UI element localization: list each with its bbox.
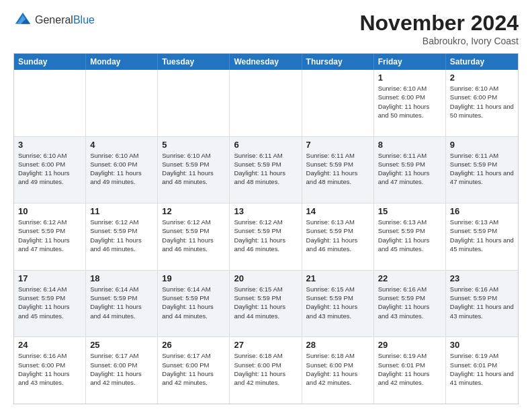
day-number: 21	[306, 273, 369, 283]
day-number: 14	[306, 206, 369, 216]
day-cell-10: 10Sunrise: 6:12 AMSunset: 5:59 PMDayligh…	[14, 203, 86, 270]
day-number: 9	[450, 140, 514, 150]
day-number: 4	[90, 140, 153, 150]
day-cell-9: 9Sunrise: 6:11 AMSunset: 5:59 PMDaylight…	[446, 137, 518, 203]
empty-cell	[302, 70, 374, 136]
day-info: Sunrise: 6:12 AMSunset: 5:59 PMDaylight:…	[234, 218, 297, 253]
day-info: Sunrise: 6:12 AMSunset: 5:59 PMDaylight:…	[162, 218, 225, 253]
day-info: Sunrise: 6:14 AMSunset: 5:59 PMDaylight:…	[90, 285, 153, 320]
day-info: Sunrise: 6:16 AMSunset: 5:59 PMDaylight:…	[450, 285, 514, 320]
day-cell-22: 22Sunrise: 6:16 AMSunset: 5:59 PMDayligh…	[374, 271, 446, 337]
day-cell-14: 14Sunrise: 6:13 AMSunset: 5:59 PMDayligh…	[302, 203, 374, 270]
day-header-friday: Friday	[374, 54, 446, 70]
day-header-monday: Monday	[86, 54, 158, 70]
day-number: 15	[378, 206, 441, 216]
day-cell-27: 27Sunrise: 6:18 AMSunset: 6:00 PMDayligh…	[230, 337, 302, 404]
day-number: 27	[234, 340, 297, 350]
day-number: 29	[378, 340, 441, 350]
logo-text: General Blue	[35, 14, 95, 26]
day-info: Sunrise: 6:10 AMSunset: 5:59 PMDaylight:…	[162, 151, 225, 187]
day-number: 25	[90, 340, 153, 350]
calendar-body: 1Sunrise: 6:10 AMSunset: 6:00 PMDaylight…	[14, 70, 518, 404]
day-info: Sunrise: 6:11 AMSunset: 5:59 PMDaylight:…	[450, 151, 514, 187]
day-number: 22	[378, 273, 441, 283]
day-header-wednesday: Wednesday	[230, 54, 302, 70]
day-number: 5	[162, 140, 225, 150]
day-cell-29: 29Sunrise: 6:19 AMSunset: 6:01 PMDayligh…	[374, 337, 446, 404]
subtitle: Babroukro, Ivory Coast	[359, 36, 519, 46]
day-cell-5: 5Sunrise: 6:10 AMSunset: 5:59 PMDaylight…	[158, 137, 230, 203]
empty-cell	[230, 70, 302, 136]
day-info: Sunrise: 6:17 AMSunset: 6:00 PMDaylight:…	[162, 351, 225, 387]
day-cell-16: 16Sunrise: 6:13 AMSunset: 5:59 PMDayligh…	[446, 203, 518, 270]
day-header-thursday: Thursday	[302, 54, 374, 70]
day-cell-4: 4Sunrise: 6:10 AMSunset: 6:00 PMDaylight…	[86, 137, 158, 203]
page-header: General Blue November 2024 Babroukro, Iv…	[13, 11, 519, 46]
day-cell-25: 25Sunrise: 6:17 AMSunset: 6:00 PMDayligh…	[86, 337, 158, 404]
day-cell-11: 11Sunrise: 6:12 AMSunset: 5:59 PMDayligh…	[86, 203, 158, 270]
day-number: 6	[234, 140, 297, 150]
day-info: Sunrise: 6:10 AMSunset: 6:00 PMDaylight:…	[90, 151, 153, 187]
day-header-tuesday: Tuesday	[158, 54, 230, 70]
logo: General Blue	[13, 11, 95, 30]
day-info: Sunrise: 6:11 AMSunset: 5:59 PMDaylight:…	[306, 151, 369, 187]
day-cell-1: 1Sunrise: 6:10 AMSunset: 6:00 PMDaylight…	[374, 70, 446, 136]
day-number: 30	[450, 340, 514, 350]
day-number: 23	[450, 273, 514, 283]
day-number: 7	[306, 140, 369, 150]
day-cell-15: 15Sunrise: 6:13 AMSunset: 5:59 PMDayligh…	[374, 203, 446, 270]
day-cell-7: 7Sunrise: 6:11 AMSunset: 5:59 PMDaylight…	[302, 137, 374, 203]
calendar: SundayMondayTuesdayWednesdayThursdayFrid…	[13, 53, 519, 404]
day-cell-17: 17Sunrise: 6:14 AMSunset: 5:59 PMDayligh…	[14, 271, 86, 337]
day-cell-23: 23Sunrise: 6:16 AMSunset: 5:59 PMDayligh…	[446, 271, 518, 337]
day-cell-12: 12Sunrise: 6:12 AMSunset: 5:59 PMDayligh…	[158, 203, 230, 270]
day-info: Sunrise: 6:19 AMSunset: 6:01 PMDaylight:…	[378, 351, 441, 387]
day-info: Sunrise: 6:14 AMSunset: 5:59 PMDaylight:…	[162, 285, 225, 320]
day-info: Sunrise: 6:13 AMSunset: 5:59 PMDaylight:…	[306, 218, 369, 253]
day-info: Sunrise: 6:12 AMSunset: 5:59 PMDaylight:…	[18, 218, 81, 253]
calendar-row: 10Sunrise: 6:12 AMSunset: 5:59 PMDayligh…	[14, 203, 518, 270]
day-cell-6: 6Sunrise: 6:11 AMSunset: 5:59 PMDaylight…	[230, 137, 302, 203]
day-cell-30: 30Sunrise: 6:19 AMSunset: 6:01 PMDayligh…	[446, 337, 518, 404]
day-info: Sunrise: 6:11 AMSunset: 5:59 PMDaylight:…	[378, 151, 441, 187]
day-info: Sunrise: 6:12 AMSunset: 5:59 PMDaylight:…	[90, 218, 153, 253]
calendar-row: 17Sunrise: 6:14 AMSunset: 5:59 PMDayligh…	[14, 270, 518, 337]
day-number: 12	[162, 206, 225, 216]
day-cell-19: 19Sunrise: 6:14 AMSunset: 5:59 PMDayligh…	[158, 271, 230, 337]
day-number: 20	[234, 273, 297, 283]
day-info: Sunrise: 6:11 AMSunset: 5:59 PMDaylight:…	[234, 151, 297, 187]
day-number: 10	[18, 206, 81, 216]
day-number: 28	[306, 340, 369, 350]
empty-cell	[86, 70, 158, 136]
day-number: 16	[450, 206, 514, 216]
day-info: Sunrise: 6:10 AMSunset: 6:00 PMDaylight:…	[18, 151, 81, 187]
title-area: November 2024 Babroukro, Ivory Coast	[359, 11, 519, 46]
day-number: 19	[162, 273, 225, 283]
calendar-row: 3Sunrise: 6:10 AMSunset: 6:00 PMDaylight…	[14, 136, 518, 203]
day-number: 13	[234, 206, 297, 216]
day-info: Sunrise: 6:10 AMSunset: 6:00 PMDaylight:…	[378, 84, 441, 120]
day-cell-28: 28Sunrise: 6:18 AMSunset: 6:00 PMDayligh…	[302, 337, 374, 404]
day-number: 17	[18, 273, 81, 283]
day-number: 11	[90, 206, 153, 216]
day-cell-3: 3Sunrise: 6:10 AMSunset: 6:00 PMDaylight…	[14, 137, 86, 203]
day-cell-18: 18Sunrise: 6:14 AMSunset: 5:59 PMDayligh…	[86, 271, 158, 337]
day-cell-20: 20Sunrise: 6:15 AMSunset: 5:59 PMDayligh…	[230, 271, 302, 337]
empty-cell	[158, 70, 230, 136]
day-info: Sunrise: 6:15 AMSunset: 5:59 PMDaylight:…	[234, 285, 297, 320]
day-info: Sunrise: 6:18 AMSunset: 6:00 PMDaylight:…	[306, 351, 369, 387]
day-cell-21: 21Sunrise: 6:15 AMSunset: 5:59 PMDayligh…	[302, 271, 374, 337]
day-number: 1	[378, 73, 441, 83]
day-number: 3	[18, 140, 81, 150]
calendar-row: 1Sunrise: 6:10 AMSunset: 6:00 PMDaylight…	[14, 70, 518, 136]
day-cell-2: 2Sunrise: 6:10 AMSunset: 6:00 PMDaylight…	[446, 70, 518, 136]
day-info: Sunrise: 6:16 AMSunset: 6:00 PMDaylight:…	[18, 351, 81, 387]
calendar-row: 24Sunrise: 6:16 AMSunset: 6:00 PMDayligh…	[14, 336, 518, 404]
day-number: 2	[450, 73, 514, 83]
day-header-saturday: Saturday	[446, 54, 518, 70]
day-info: Sunrise: 6:13 AMSunset: 5:59 PMDaylight:…	[450, 218, 514, 253]
day-cell-13: 13Sunrise: 6:12 AMSunset: 5:59 PMDayligh…	[230, 203, 302, 270]
empty-cell	[14, 70, 86, 136]
day-info: Sunrise: 6:17 AMSunset: 6:00 PMDaylight:…	[90, 351, 153, 387]
day-number: 8	[378, 140, 441, 150]
